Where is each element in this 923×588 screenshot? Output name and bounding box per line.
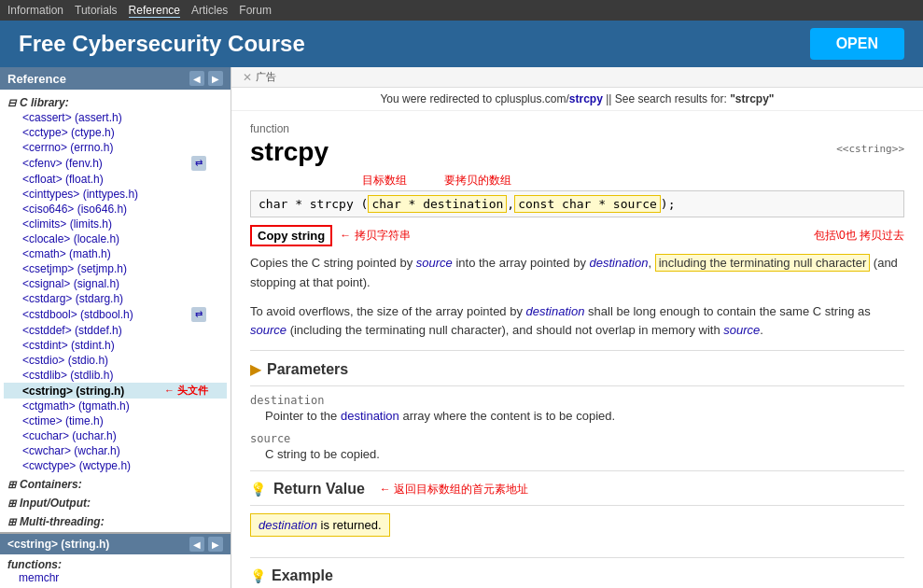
sidebar-bottom-icons: ◀ ▶ xyxy=(189,537,223,552)
nav-back-icon[interactable]: ◀ xyxy=(189,71,204,86)
ad-close-icon[interactable]: ✕ xyxy=(243,71,252,84)
function-signature: char * strcpy ( char * destination , con… xyxy=(250,190,904,217)
main-layout: Reference ◀ ▶ ⊟ C library: <cassert> (as… xyxy=(0,67,923,588)
sig-comma: , xyxy=(507,197,514,211)
sidebar-bottom-header: <cstring> (string.h) ◀ ▶ xyxy=(0,534,231,554)
return-desc-italic: destination xyxy=(259,518,317,532)
sidebar-func-memchr[interactable]: memchr xyxy=(7,571,223,584)
return-value-desc: destination is returned. xyxy=(250,513,390,537)
c-library-collapse-icon[interactable]: ⊟ xyxy=(7,97,16,109)
c-library-section: ⊟ C library: <cassert> (assert.h) <cctyp… xyxy=(0,93,231,475)
sidebar-item-cmath[interactable]: <cmath> (math.h) xyxy=(4,246,227,261)
sig-return: char * strcpy ( xyxy=(259,197,368,211)
sidebar-item-cassert[interactable]: <cassert> (assert.h) xyxy=(4,110,227,125)
example-section-header: 💡 Example xyxy=(250,567,904,584)
ad-bar: ✕ 广告 xyxy=(231,67,923,88)
sidebar-item-cwctype[interactable]: <cwctype> (wctype.h) xyxy=(4,458,227,473)
sidebar-item-cstring[interactable]: <cstring> (string.h) ← 头文件 xyxy=(4,383,227,399)
example-icon: 💡 xyxy=(250,568,266,583)
section-divider-2 xyxy=(250,470,904,471)
inputoutput-expand-icon[interactable]: ⊞ xyxy=(7,497,16,510)
cfenv-expand-icon[interactable]: ⇄ xyxy=(191,156,206,171)
sidebar-item-cuchar[interactable]: <cuchar> (uchar.h) xyxy=(4,428,227,443)
sig-end: ); xyxy=(661,197,676,211)
multithreading-expand-icon[interactable]: ⊞ xyxy=(7,516,16,528)
open-button[interactable]: OPEN xyxy=(810,28,904,60)
sidebar-item-cstdint[interactable]: <cstdint> (stdint.h) xyxy=(4,338,227,353)
parameters-title: Parameters xyxy=(267,361,348,378)
multithreading-label: Multi-threading: xyxy=(20,515,105,528)
nav-articles[interactable]: Articles xyxy=(191,4,228,17)
sidebar-item-cfloat[interactable]: <cfloat> (float.h) xyxy=(4,172,227,187)
banner: Free Cybersecurity Course OPEN xyxy=(0,21,923,67)
sidebar-item-cstdarg[interactable]: <cstdarg> (stdarg.h) xyxy=(4,291,227,306)
reference-panel-header: Reference ◀ ▶ xyxy=(0,67,231,90)
sidebar-item-ctime[interactable]: <ctime> (time.h) xyxy=(4,413,227,428)
sidebar-item-csetjmp[interactable]: <csetjmp> (setjmp.h) xyxy=(4,261,227,276)
nav-forward-icon[interactable]: ▶ xyxy=(208,71,223,86)
return-value-title: Return Value xyxy=(273,481,365,497)
sidebar-item-cstddef[interactable]: <cstddef> (stddef.h) xyxy=(4,323,227,338)
c-library-label: C library: xyxy=(20,96,69,109)
redirect-separator: || See search results for: xyxy=(603,92,730,105)
function-type-label: function xyxy=(250,122,904,135)
sig-param-src: const char * source xyxy=(514,195,661,213)
redirect-query: "strcpy" xyxy=(730,92,774,105)
param-destination-link[interactable]: destination xyxy=(341,409,399,423)
header-file-annotation: ← 头文件 xyxy=(164,384,208,398)
sidebar-item-cinttypes[interactable]: <cinttypes> (inttypes.h) xyxy=(4,187,227,202)
nav-reference[interactable]: Reference xyxy=(129,4,180,18)
desc-highlight: including the terminating null character xyxy=(655,254,871,272)
sidebar-item-clocale[interactable]: <clocale> (locale.h) xyxy=(4,231,227,246)
main-doc-content: function strcpy <<cstring>> 目标数组 要拷贝的数组 … xyxy=(231,111,923,588)
param-source-name: source xyxy=(250,432,904,445)
return-value-icon: 💡 xyxy=(250,482,266,497)
description-1: Copies the C string pointed by source in… xyxy=(250,254,904,293)
reference-panel-icons: ◀ ▶ xyxy=(189,71,223,86)
sidebar-item-cstdbool[interactable]: <cstdbool> (stdbool.h) ⇄ xyxy=(4,306,227,323)
sidebar-item-cfenv[interactable]: <cfenv> (fenv.h) ⇄ xyxy=(4,155,227,172)
sidebar-tree: ⊟ C library: <cassert> (assert.h) <cctyp… xyxy=(0,90,231,532)
param-destination-name: destination xyxy=(250,394,904,407)
sidebar-item-climits[interactable]: <climits> (limits.h) xyxy=(4,217,227,231)
redirect-bar: You were redirected to cplusplus.com/str… xyxy=(231,88,923,111)
sidebar-item-ciso646[interactable]: <ciso646> (iso646.h) xyxy=(4,202,227,217)
function-name-row: strcpy <<cstring>> xyxy=(250,137,904,173)
nav-tutorials[interactable]: Tutorials xyxy=(75,4,118,17)
multithreading-section: ⊞ Multi-threading: xyxy=(0,512,231,531)
inputoutput-header: ⊞ Input/Output: xyxy=(4,496,227,511)
sidebar-item-cwchar[interactable]: <cwchar> (wchar.h) xyxy=(4,443,227,458)
bottom-nav-back-icon[interactable]: ◀ xyxy=(189,537,204,552)
c-library-header: ⊟ C library: xyxy=(4,95,227,110)
example-title: Example xyxy=(272,567,333,584)
redirect-link[interactable]: strcpy xyxy=(569,92,603,105)
reference-panel-title: Reference xyxy=(7,72,66,86)
nav-forum[interactable]: Forum xyxy=(239,4,272,17)
sidebar-item-csignal[interactable]: <csignal> (signal.h) xyxy=(4,276,227,291)
nav-information[interactable]: Information xyxy=(7,4,63,17)
annotation-src: 要拷贝的数组 xyxy=(444,173,511,189)
param-destination-desc: Pointer to the destination array where t… xyxy=(250,409,904,423)
sidebar-item-ctgmath[interactable]: <ctgmath> (tgmath.h) xyxy=(4,399,227,413)
redirect-text1: You were redirected to cplusplus.com/ xyxy=(380,92,568,105)
banner-title: Free Cybersecurity Course xyxy=(19,31,305,57)
inputoutput-label: Input/Output: xyxy=(20,497,91,510)
sidebar-item-cerrno[interactable]: <cerrno> (errno.h) xyxy=(4,140,227,155)
sidebar-item-cstdio[interactable]: <cstdio> (stdio.h) xyxy=(4,353,227,368)
sidebar-bottom-content: functions: memchr xyxy=(0,554,231,588)
return-value-row: 💡 Return Value ← 返回目标数组的首元素地址 xyxy=(250,481,904,497)
params-top-divider xyxy=(250,385,904,386)
return-desc-suffix: is returned. xyxy=(317,518,382,532)
cstdbool-expand-icon[interactable]: ⇄ xyxy=(191,307,206,322)
bottom-nav-forward-icon[interactable]: ▶ xyxy=(208,537,223,552)
sidebar-bottom-panel: <cstring> (string.h) ◀ ▶ functions: memc… xyxy=(0,532,231,588)
return-top-divider xyxy=(250,505,904,506)
containers-expand-icon[interactable]: ⊞ xyxy=(7,479,16,491)
sidebar-bottom-title: <cstring> (string.h) xyxy=(7,538,109,551)
sidebar-item-cctype[interactable]: <cctype> (ctype.h) xyxy=(4,125,227,140)
param-source: source C string to be copied. xyxy=(250,432,904,461)
copy-string-row: Copy string ← 拷贝字符串 包括\0也 拷贝过去 xyxy=(250,225,904,246)
section-divider-3 xyxy=(250,557,904,558)
containers-section: ⊞ Containers: xyxy=(0,475,231,494)
sidebar-item-cstdlib[interactable]: <cstdlib> (stdlib.h) xyxy=(4,368,227,383)
